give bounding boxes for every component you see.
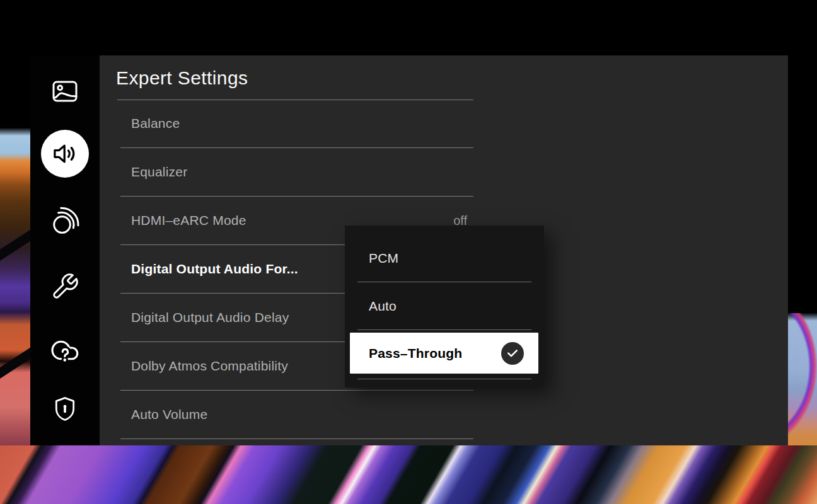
row-label: Auto Volume bbox=[131, 407, 207, 422]
settings-row-equalizer[interactable]: Equalizer bbox=[120, 148, 473, 197]
sidebar-item-general[interactable] bbox=[50, 272, 79, 301]
wrench-icon bbox=[50, 272, 79, 301]
divider bbox=[357, 379, 531, 379]
wallpaper-stripe bbox=[0, 335, 30, 387]
audio-format-dropdown: PCM Auto Pass–Through bbox=[345, 226, 544, 387]
speaker-icon bbox=[50, 139, 79, 168]
picture-icon bbox=[50, 76, 80, 106]
cloud-question-icon bbox=[49, 335, 81, 366]
page-title: Expert Settings bbox=[116, 67, 248, 89]
sidebar-item-broadcasting[interactable] bbox=[49, 205, 81, 238]
sidebar-item-sound[interactable] bbox=[41, 130, 89, 178]
wallpaper-stripe bbox=[0, 217, 30, 269]
sidebar-item-picture[interactable] bbox=[50, 76, 80, 106]
option-auto[interactable]: Auto bbox=[357, 282, 531, 330]
check-icon bbox=[501, 342, 524, 365]
wallpaper-bottom-band bbox=[0, 445, 817, 504]
settings-row-auto-volume[interactable]: Auto Volume bbox=[120, 391, 473, 439]
sidebar-item-privacy[interactable] bbox=[51, 394, 79, 425]
option-pcm[interactable]: PCM bbox=[357, 234, 531, 282]
option-label: Auto bbox=[369, 299, 397, 314]
option-label: Pass–Through bbox=[369, 346, 462, 361]
row-label: Equalizer bbox=[131, 164, 187, 180]
settings-sidebar bbox=[30, 55, 100, 445]
settings-row-balance[interactable]: Balance bbox=[120, 100, 473, 148]
sidebar-item-support[interactable] bbox=[49, 335, 81, 366]
option-pass-through[interactable]: Pass–Through bbox=[350, 333, 538, 374]
row-label: HDMI–eARC Mode bbox=[131, 213, 246, 228]
row-label: Digital Output Audio For... bbox=[131, 261, 298, 277]
row-label: Dolby Atmos Compatibility bbox=[131, 358, 288, 374]
broadcast-icon bbox=[49, 205, 81, 238]
row-label: Digital Output Audio Delay bbox=[131, 310, 289, 325]
wallpaper-left-strip bbox=[0, 128, 30, 445]
row-label: Balance bbox=[131, 116, 180, 131]
shield-icon bbox=[51, 394, 79, 425]
option-label: PCM bbox=[369, 251, 398, 266]
